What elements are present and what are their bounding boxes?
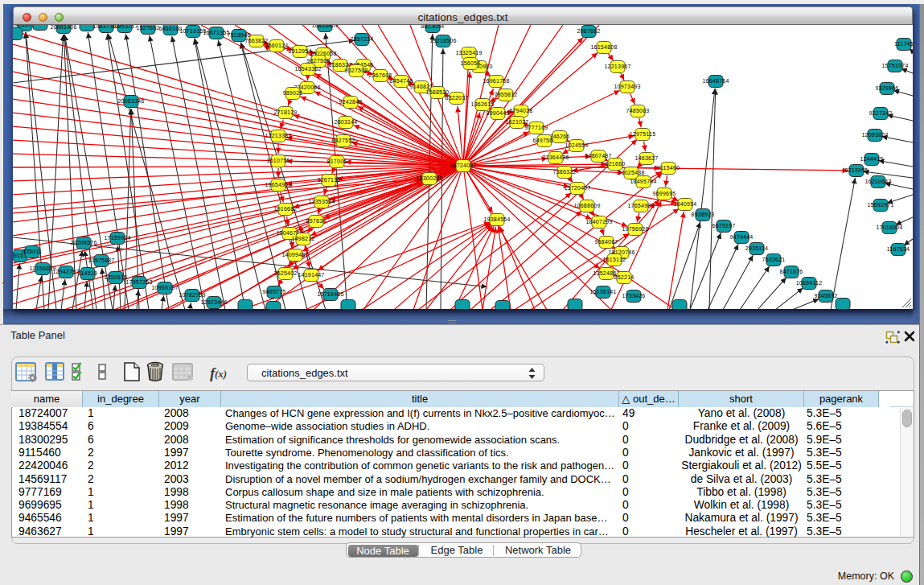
svg-text:1498212: 1498212 xyxy=(291,236,314,241)
svg-text:7955812: 7955812 xyxy=(494,92,517,97)
svg-text:8471676: 8471676 xyxy=(779,269,803,274)
svg-text:2803144: 2803144 xyxy=(334,119,357,125)
svg-text:12923446: 12923446 xyxy=(200,299,227,305)
svg-text:12213383: 12213383 xyxy=(265,133,291,138)
svg-text:19756928: 19756928 xyxy=(622,226,648,232)
svg-text:621660: 621660 xyxy=(606,161,626,167)
svg-text:8938923: 8938923 xyxy=(691,212,714,217)
svg-text:1362615: 1362615 xyxy=(470,101,494,107)
svg-text:1621022: 1621022 xyxy=(505,119,528,125)
svg-text:10025438: 10025438 xyxy=(618,170,644,175)
svg-text:8454749: 8454749 xyxy=(389,78,413,84)
svg-text:1610755: 1610755 xyxy=(266,158,290,163)
svg-text:19218506: 19218506 xyxy=(429,38,456,43)
svg-text:18407299: 18407299 xyxy=(585,219,612,225)
svg-text:10853257: 10853257 xyxy=(111,25,138,29)
svg-text:12353594: 12353594 xyxy=(308,199,335,204)
svg-text:16671355: 16671355 xyxy=(203,30,229,35)
svg-text:857834: 857834 xyxy=(306,218,326,224)
svg-text:21364436: 21364436 xyxy=(542,154,569,160)
svg-text:15692971: 15692971 xyxy=(867,202,893,208)
svg-text:19654952: 19654952 xyxy=(265,182,291,187)
svg-text:10973493: 10973493 xyxy=(614,84,640,89)
svg-text:13325419: 13325419 xyxy=(455,50,482,56)
svg-text:8215955: 8215955 xyxy=(844,167,868,173)
svg-text:8912954: 8912954 xyxy=(288,48,311,54)
svg-text:9227342: 9227342 xyxy=(869,110,892,116)
svg-text:817006: 817006 xyxy=(327,159,347,164)
svg-text:6794028: 6794028 xyxy=(509,108,532,113)
svg-text:18300295: 18300295 xyxy=(416,175,442,181)
svg-text:114519: 114519 xyxy=(78,270,97,276)
svg-text:1244415: 1244415 xyxy=(860,156,883,162)
svg-text:16154808: 16154808 xyxy=(590,44,617,50)
svg-text:2718129: 2718129 xyxy=(273,109,297,115)
svg-text:1250515: 1250515 xyxy=(104,274,127,280)
svg-text:10958107: 10958107 xyxy=(151,285,178,290)
svg-text:9684067: 9684067 xyxy=(594,239,618,245)
svg-text:20053346: 20053346 xyxy=(117,98,144,104)
svg-text:15751074: 15751074 xyxy=(881,63,908,68)
svg-text:8813054: 8813054 xyxy=(421,25,444,29)
svg-text:8427552: 8427552 xyxy=(331,138,355,143)
svg-text:9474444: 9474444 xyxy=(729,234,753,240)
svg-text:17957253: 17957253 xyxy=(125,279,152,285)
svg-text:15720407: 15720407 xyxy=(564,185,590,191)
svg-text:7857234: 7857234 xyxy=(350,36,373,42)
svg-text:9329966: 9329966 xyxy=(875,85,898,91)
svg-text:9699695: 9699695 xyxy=(652,191,676,196)
svg-text:3267130: 3267130 xyxy=(317,177,340,183)
svg-text:1640954: 1640954 xyxy=(673,201,696,207)
svg-text:6679197: 6679197 xyxy=(712,223,735,229)
svg-text:7632621: 7632621 xyxy=(762,257,785,262)
svg-text:10782759: 10782759 xyxy=(179,292,205,298)
svg-text:10688609: 10688609 xyxy=(573,203,600,208)
svg-text:1916682: 1916682 xyxy=(273,206,297,212)
svg-text:435011: 435011 xyxy=(23,249,42,254)
svg-text:6466160: 6466160 xyxy=(158,26,182,31)
svg-text:9115460: 9115460 xyxy=(657,165,680,171)
svg-text:16543362: 16543362 xyxy=(294,66,321,72)
svg-text:1615132: 1615132 xyxy=(602,257,626,262)
svg-text:10975887: 10975887 xyxy=(88,257,114,263)
svg-text:20206576: 20206576 xyxy=(70,240,97,245)
svg-text:989026: 989026 xyxy=(283,90,303,96)
svg-text:14099487: 14099487 xyxy=(281,252,308,257)
svg-text:(x): (x) xyxy=(215,368,227,380)
svg-text:7485063: 7485063 xyxy=(626,108,649,113)
svg-text:10807487: 10807487 xyxy=(585,153,611,159)
svg-text:9777169: 9777169 xyxy=(524,125,548,130)
svg-text:1167534: 1167534 xyxy=(887,246,910,252)
svg-text:1733426: 1733426 xyxy=(622,293,645,299)
svg-text:111745: 111745 xyxy=(894,41,913,47)
svg-text:12093822: 12093822 xyxy=(861,132,888,138)
svg-text:9245652: 9245652 xyxy=(814,293,837,299)
svg-text:746266: 746266 xyxy=(550,134,570,139)
svg-text:16648784: 16648784 xyxy=(702,78,729,84)
svg-text:10654112: 10654112 xyxy=(796,280,823,286)
svg-text:17159924: 17159924 xyxy=(104,235,130,241)
svg-text:15716485: 15716485 xyxy=(317,291,343,297)
svg-text:14191447: 14191447 xyxy=(298,272,324,278)
svg-text:16853809: 16853809 xyxy=(311,25,338,28)
svg-text:8660124: 8660124 xyxy=(265,43,288,48)
svg-text:8990443: 8990443 xyxy=(486,110,509,116)
svg-text:1024554: 1024554 xyxy=(565,142,588,148)
svg-text:16961758: 16961758 xyxy=(483,78,509,84)
svg-text:7386322: 7386322 xyxy=(552,169,576,175)
svg-text:1527602: 1527602 xyxy=(136,25,159,31)
svg-text:8186323: 8186323 xyxy=(328,62,351,68)
svg-text:9327508: 9327508 xyxy=(344,68,368,73)
svg-text:12975115: 12975115 xyxy=(630,131,656,137)
svg-text:9146821: 9146821 xyxy=(409,84,433,89)
svg-text:18724007: 18724007 xyxy=(450,163,476,168)
svg-text:7625402: 7625402 xyxy=(273,270,297,276)
svg-text:17654923: 17654923 xyxy=(627,203,654,208)
svg-text:16210643: 16210643 xyxy=(864,179,891,184)
svg-text:8322037: 8322037 xyxy=(445,95,468,101)
svg-text:156054: 156054 xyxy=(461,60,481,66)
svg-text:7515546: 7515546 xyxy=(227,32,250,38)
svg-text:1463627: 1463627 xyxy=(634,155,658,161)
svg-text:17016504: 17016504 xyxy=(876,225,902,230)
svg-text:2367608: 2367608 xyxy=(368,72,392,78)
